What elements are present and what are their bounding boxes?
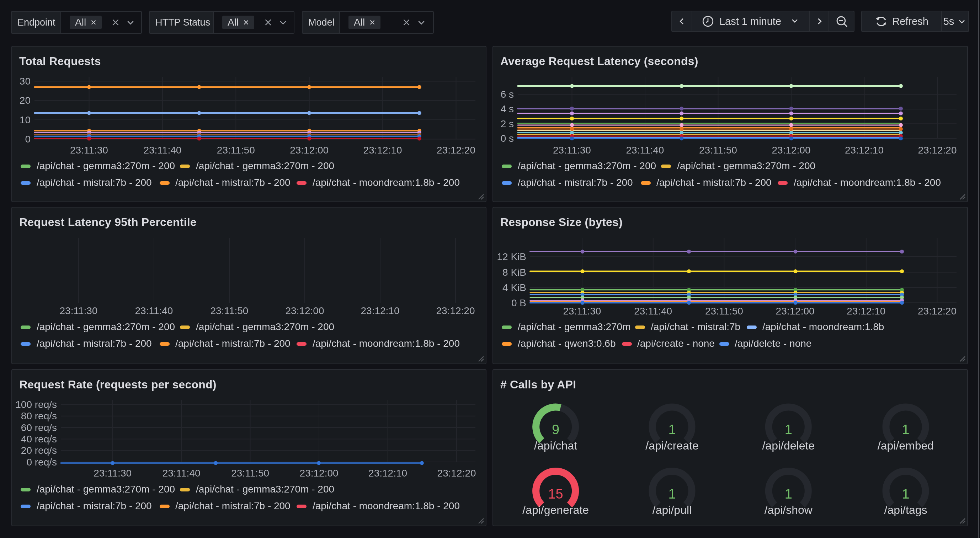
svg-text:20: 20: [19, 95, 30, 106]
svg-text:/api/pull: /api/pull: [652, 503, 692, 516]
svg-text:60 req/s: 60 req/s: [21, 422, 57, 433]
svg-text:/api/generate: /api/generate: [522, 503, 589, 516]
svg-text:10: 10: [19, 114, 30, 125]
svg-text:23:12:00: 23:12:00: [286, 305, 324, 316]
svg-text:23:11:50: 23:11:50: [699, 144, 737, 156]
svg-text:23:12:20: 23:12:20: [437, 144, 476, 156]
svg-text:1: 1: [785, 422, 792, 437]
svg-text:/api/show: /api/show: [765, 503, 813, 516]
svg-text:0 req/s: 0 req/s: [26, 457, 57, 468]
svg-text:12 KiB: 12 KiB: [497, 251, 527, 262]
svg-text:23:11:30: 23:11:30: [94, 468, 132, 479]
svg-text:23:12:10: 23:12:10: [361, 305, 400, 316]
svg-text:0: 0: [25, 133, 30, 144]
svg-text:1: 1: [668, 422, 676, 437]
svg-text:/api/embed: /api/embed: [878, 439, 934, 452]
svg-text:6 s: 6 s: [501, 89, 514, 100]
svg-text:2 s: 2 s: [501, 118, 514, 129]
svg-text:23:12:00: 23:12:00: [776, 306, 815, 317]
svg-text:23:11:50: 23:11:50: [231, 468, 269, 479]
svg-text:/api/create: /api/create: [645, 439, 698, 452]
svg-text:23:12:00: 23:12:00: [290, 144, 329, 156]
svg-text:23:11:40: 23:11:40: [162, 468, 200, 479]
svg-text:20 req/s: 20 req/s: [21, 445, 57, 456]
svg-text:23:11:40: 23:11:40: [135, 305, 173, 316]
svg-text:23:12:20: 23:12:20: [436, 305, 475, 316]
svg-text:23:11:30: 23:11:30: [553, 144, 591, 156]
svg-text:1: 1: [902, 422, 909, 437]
svg-text:23:11:30: 23:11:30: [563, 306, 601, 317]
svg-text:23:11:40: 23:11:40: [626, 144, 664, 156]
svg-text:100 req/s: 100 req/s: [15, 399, 57, 410]
svg-text:23:12:20: 23:12:20: [918, 144, 957, 156]
svg-text:1: 1: [668, 486, 676, 501]
svg-text:23:11:50: 23:11:50: [210, 305, 248, 316]
svg-text:30: 30: [19, 76, 30, 87]
svg-text:23:12:00: 23:12:00: [300, 468, 339, 479]
svg-text:23:11:50: 23:11:50: [217, 144, 255, 156]
svg-text:1: 1: [785, 486, 792, 501]
svg-text:23:12:10: 23:12:10: [845, 144, 884, 156]
svg-text:23:12:20: 23:12:20: [438, 468, 476, 479]
svg-text:23:12:10: 23:12:10: [846, 306, 885, 317]
svg-text:15: 15: [548, 486, 563, 501]
svg-text:/api/tags: /api/tags: [885, 503, 928, 516]
svg-text:23:12:10: 23:12:10: [368, 468, 407, 479]
svg-text:23:11:40: 23:11:40: [634, 306, 672, 317]
svg-text:9: 9: [552, 422, 559, 437]
svg-text:4 s: 4 s: [501, 103, 514, 114]
svg-text:8 KiB: 8 KiB: [503, 267, 526, 278]
svg-text:23:12:10: 23:12:10: [363, 144, 402, 156]
svg-text:4 KiB: 4 KiB: [503, 282, 526, 293]
svg-text:23:11:30: 23:11:30: [60, 305, 98, 316]
svg-text:/api/chat: /api/chat: [534, 439, 577, 452]
svg-text:0 s: 0 s: [501, 133, 514, 144]
svg-text:23:11:40: 23:11:40: [143, 144, 181, 156]
svg-text:23:11:50: 23:11:50: [705, 306, 743, 317]
svg-text:80 req/s: 80 req/s: [21, 410, 57, 421]
svg-text:23:11:30: 23:11:30: [70, 144, 108, 156]
svg-text:/api/delete: /api/delete: [762, 439, 815, 452]
svg-text:1: 1: [902, 486, 909, 501]
svg-text:40 req/s: 40 req/s: [21, 433, 57, 444]
svg-text:0 B: 0 B: [511, 297, 526, 308]
svg-text:23:12:00: 23:12:00: [772, 144, 811, 156]
svg-text:23:12:20: 23:12:20: [918, 306, 956, 317]
